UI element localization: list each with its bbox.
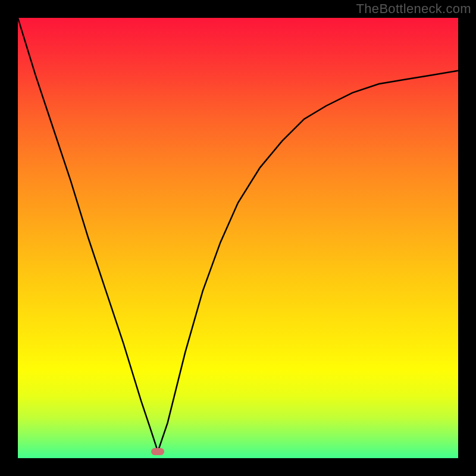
bottleneck-curve [18,18,458,458]
plot-area [18,18,458,458]
watermark-text: TheBottleneck.com [356,1,471,17]
chart-frame: TheBottleneck.com [0,0,476,476]
curve-path [18,18,458,452]
optimum-marker [151,448,164,455]
